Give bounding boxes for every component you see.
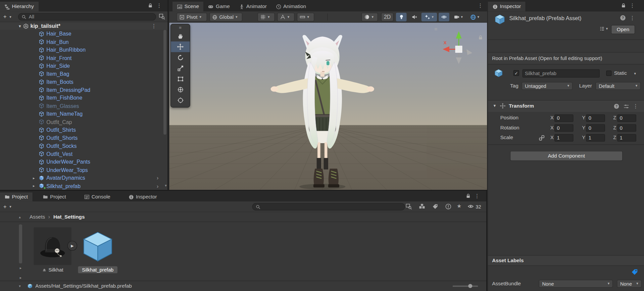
hierarchy-scrollbar[interactable] [163, 30, 166, 134]
transform-component-header[interactable]: ▼ Transform ? ⋮ [488, 100, 644, 112]
hierarchy-item[interactable]: + Hair_BunRibbon [0, 46, 167, 54]
import-log-icon[interactable] [445, 203, 451, 210]
effects-dropdown[interactable]: ▾ [422, 13, 437, 21]
create-caret-icon[interactable]: ▾ [9, 15, 11, 19]
foldout-icon[interactable]: ▸ [33, 184, 39, 188]
hierarchy-item[interactable]: + UnderWear_Pants [0, 158, 167, 166]
grid-visibility-dropdown[interactable]: ▾ [277, 13, 294, 21]
help-icon[interactable]: ? [620, 15, 626, 21]
hierarchy-item[interactable]: + Item_Glasses [0, 102, 167, 110]
assetbundle-variant-dropdown[interactable]: None▾ [617, 280, 641, 288]
scroll-down-icon[interactable]: ▾ [19, 284, 21, 288]
scale-tool[interactable] [171, 63, 190, 73]
asset-silkhat-label[interactable]: Silkhat [34, 266, 71, 273]
tab-inspector[interactable]: Inspector [488, 2, 526, 11]
axis-y-label[interactable]: Y [582, 134, 585, 140]
gizmo-lock-icon[interactable] [478, 35, 483, 40]
tab-project-active[interactable]: Project [0, 192, 33, 201]
custom-tool[interactable] [171, 95, 190, 106]
snap-increment-dropdown[interactable]: ▾ [297, 13, 314, 21]
tab-project[interactable]: Project [38, 192, 71, 201]
scroll-down-icon[interactable]: ▾ [165, 183, 167, 187]
scene-viewport[interactable]: ≡ [169, 22, 487, 190]
hierarchy-item[interactable]: + Item_Boots [0, 78, 167, 86]
foldout-icon[interactable]: ▸ [33, 176, 39, 180]
expand-subassets-button[interactable]: ▶ [67, 241, 77, 250]
hierarchy-menu-icon[interactable]: ⋮ [156, 3, 162, 8]
inspector-list-mode-icon[interactable]: ▾ [599, 26, 608, 31]
hierarchy-item[interactable]: + Item_DressingPad [0, 86, 167, 94]
layer-dropdown[interactable]: Default▾ [596, 82, 641, 90]
folder-foldout-icon[interactable]: ▸ [20, 266, 22, 270]
toggle-scene-visibility[interactable] [439, 13, 449, 21]
scale-y-field[interactable]: 1 [586, 134, 605, 141]
project-create-button[interactable]: + [3, 203, 7, 210]
transform-foldout-icon[interactable]: ▼ [493, 104, 497, 108]
folder-pane-scrollbar[interactable] [19, 224, 22, 263]
save-search-star-icon[interactable]: ★ [457, 203, 461, 209]
toggle-2d[interactable]: 2D [381, 13, 394, 21]
search-by-type-icon[interactable] [419, 203, 425, 210]
scene-menu-icon[interactable]: ⋮ [478, 3, 483, 8]
asset-silkhat-prefab-label[interactable]: Silkhat_prefab [78, 266, 117, 273]
transform-menu-icon[interactable]: ⋮ [633, 103, 638, 109]
project-menu-icon[interactable]: ⋮ [475, 193, 480, 198]
static-checkbox[interactable] [606, 71, 611, 76]
grid-snap-dropdown[interactable]: ▾ [257, 13, 275, 21]
hierarchy-item[interactable]: + UnderWear_Tops [0, 166, 167, 174]
global-dropdown[interactable]: Global ▾ [209, 13, 242, 21]
lock-icon[interactable] [466, 193, 471, 198]
asset-silkhat-prefab-thumbnail[interactable] [79, 227, 117, 265]
hierarchy-item[interactable]: + Item_Bag [0, 70, 167, 78]
tab-animator[interactable]: Animator [234, 2, 271, 11]
thumbnail-zoom-slider[interactable] [453, 286, 478, 287]
transform-tool[interactable] [171, 84, 190, 95]
shading-mode-dropdown[interactable]: ▾ [361, 13, 378, 21]
move-tool[interactable] [171, 42, 190, 52]
add-component-button[interactable]: Add Component [510, 151, 623, 161]
hierarchy-item[interactable]: + Outfit_Vest [0, 150, 167, 158]
open-prefab-arrow-icon[interactable]: › [157, 183, 158, 189]
scale-label[interactable]: Scale [500, 134, 513, 140]
toggle-audio[interactable] [409, 13, 420, 21]
hierarchy-item[interactable]: + Hair_Bun [0, 38, 167, 46]
tag-dropdown[interactable]: Untagged▾ [522, 82, 573, 90]
hierarchy-item[interactable]: + Outfit_Cap [0, 118, 167, 126]
rotate-tool[interactable] [171, 52, 190, 63]
axis-z-label[interactable]: Z [613, 125, 616, 130]
scene-orientation-gizmo[interactable]: X [441, 29, 476, 70]
axis-x-label[interactable]: X [550, 125, 554, 130]
project-create-caret-icon[interactable]: ▾ [9, 205, 11, 209]
scene-foldout-icon[interactable]: ▼ [18, 24, 23, 28]
hierarchy-item[interactable]: + Outfit_Shorts [0, 134, 167, 142]
hierarchy-item[interactable]: ▸ + Silkhat_prefab › [0, 182, 167, 190]
toggle-scene-lighting[interactable] [396, 13, 407, 21]
zoom-slider-thumb[interactable] [468, 284, 472, 288]
tab-hierarchy[interactable]: Hierarchy [0, 2, 38, 11]
pivot-dropdown[interactable]: Pivot ▾ [177, 13, 207, 21]
hierarchy-item[interactable]: + Item_NameTag [0, 110, 167, 118]
hierarchy-item[interactable]: + Hair_Side [0, 62, 167, 70]
search-by-label-icon[interactable] [432, 203, 438, 210]
scene-overlay-handle[interactable]: ≡ [434, 26, 438, 32]
tab-animation[interactable]: Animation [271, 2, 310, 11]
scale-x-field[interactable]: 1 [554, 134, 573, 141]
pick-window-icon[interactable] [159, 13, 165, 19]
view-hand-tool[interactable] [171, 31, 190, 42]
hierarchy-item[interactable]: + Outfit_Socks [0, 142, 167, 150]
axis-z-label[interactable]: Z [613, 115, 616, 121]
assetbundle-dropdown[interactable]: None▾ [539, 280, 613, 288]
active-checkbox[interactable]: ✓ [513, 70, 519, 76]
hidden-count-eye-icon[interactable] [467, 203, 474, 209]
overlay-drag-handle[interactable]: ≡ [171, 24, 190, 31]
scene-menu-icon[interactable]: ⋮ [151, 23, 156, 29]
axis-z-label[interactable]: Z [613, 134, 616, 140]
position-label[interactable]: Position [500, 115, 518, 121]
axis-y-label[interactable]: Y [582, 115, 585, 121]
tab-inspector-docked[interactable]: Inspector [124, 192, 161, 201]
axis-x-label[interactable]: X [550, 115, 554, 121]
constrain-proportions-link-icon[interactable] [539, 135, 545, 141]
create-button[interactable]: + [3, 13, 7, 20]
asset-label-tag-icon[interactable] [631, 268, 638, 276]
tab-console[interactable]: Console [80, 192, 115, 201]
